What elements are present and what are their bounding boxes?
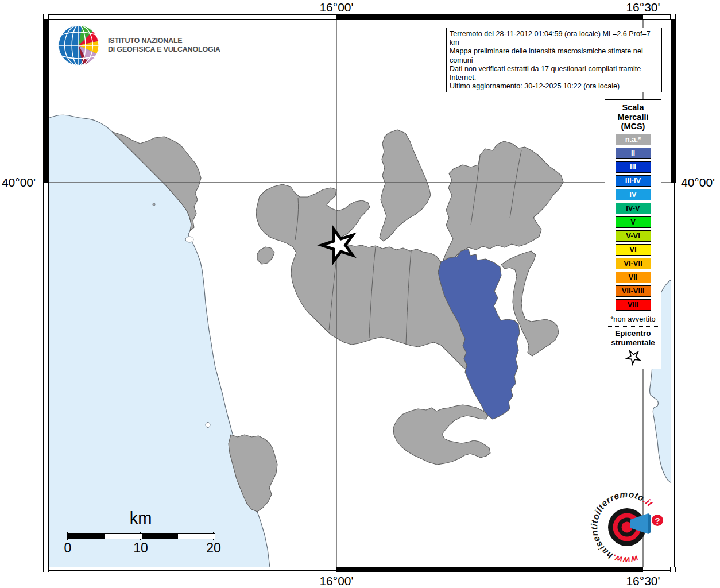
lat-label-left: 40°00': [2, 176, 36, 189]
legend-epicenter-label: Epicentro strumentale: [605, 329, 661, 347]
map-canvas: [48, 19, 671, 567]
legend-item-iv: IV: [616, 189, 651, 200]
islet-speck: [153, 203, 155, 206]
info-line-data-source: Dati non verificati estratti da 17 quest…: [450, 65, 659, 82]
coastal-lagoon: [185, 237, 193, 242]
frame-corner: [43, 14, 49, 20]
legend-divider: [607, 326, 659, 327]
lon-label-bottom-east: 16°30': [626, 574, 660, 588]
legend-item-vii-viii: VII-VIII: [616, 285, 651, 297]
scale-bar: [68, 533, 215, 539]
scale-label-0: 0: [64, 540, 72, 556]
scale-bar-segment: [105, 534, 142, 539]
lon-label-top-east: 16°30': [626, 1, 660, 14]
frame-band-left-black: [43, 19, 48, 183]
legend-item-v: V: [616, 216, 651, 228]
scale-bar-segment: [68, 534, 105, 539]
scale-label-10: 10: [133, 540, 148, 556]
mercalli-scale-legend: Scala Mercalli (MCS) n.a.* II III III-IV…: [605, 99, 661, 369]
question-mark: ?: [655, 516, 660, 525]
scale-bar-unit: km: [130, 509, 152, 528]
legend-item-iii: III: [616, 161, 651, 173]
earthquake-intensity-map: 16°00' 16°30' 16°00' 16°30' 40°00' 40°00…: [0, 0, 720, 588]
ingv-globe-icon: [57, 24, 100, 67]
ingv-name-line1: ISTITUTO NAZIONALE: [108, 37, 220, 45]
ingv-logo-text: ISTITUTO NAZIONALE DI GEOFISICA E VULCAN…: [108, 37, 220, 54]
frame-band-right-black: [671, 19, 676, 183]
legend-item-vi-vii: VI-VII: [616, 258, 651, 269]
scale-bar-segment: [178, 534, 215, 539]
info-line-map-type: Mappa preliminare delle intensità macros…: [450, 47, 659, 64]
legend-item-na: n.a.*: [616, 134, 651, 145]
municipality-small-west: [257, 247, 274, 264]
legend-item-iii-iv: III-IV: [616, 175, 651, 187]
info-line-updated: Ultimo aggiornamento: 30-12-2025 10:22 (…: [450, 82, 659, 91]
ingv-name-line2: DI GEOFISICA E VULCANOLOGIA: [108, 45, 220, 54]
scale-bar-segment: [142, 534, 179, 539]
legend-item-iv-v: IV-V: [616, 203, 651, 214]
legend-item-ii: II: [616, 148, 651, 159]
frame-corner: [670, 14, 676, 20]
epicenter-star-icon: [605, 349, 661, 368]
earthquake-info-box: Terremoto del 28-11-2012 01:04:59 (ora l…: [446, 28, 662, 92]
municipality-cluster-south: [393, 405, 490, 465]
municipality-cluster-north: [380, 130, 431, 241]
ingv-logo: ISTITUTO NAZIONALE DI GEOFISICA E VULCAN…: [57, 24, 220, 67]
legend-item-vii: VII: [616, 272, 651, 283]
lat-label-right: 40°00': [681, 176, 715, 189]
lon-label-bottom-west: 16°00': [319, 574, 353, 588]
legend-item-v-vi: V-VI: [616, 230, 651, 242]
info-line-event: Terremoto del 28-11-2012 01:04:59 (ora l…: [450, 30, 659, 47]
legend-item-viii: VIII: [616, 299, 651, 311]
legend-footnote: *non avvertito: [605, 315, 661, 323]
frame-band-top-black: [336, 14, 643, 19]
legend-item-vi: VI: [616, 244, 651, 256]
legend-title: Scala Mercalli (MCS): [605, 103, 661, 131]
small-island: [206, 423, 210, 428]
lon-label-top-west: 16°00': [319, 1, 353, 14]
municipality-cluster-northeast: [443, 141, 563, 264]
megaphone-cap: [648, 513, 651, 534]
scale-label-20: 20: [206, 540, 221, 556]
haisentito-watermark-logo: ? www.haisentitoilterremoto.it: [589, 488, 675, 568]
frame-corner: [43, 567, 49, 572]
